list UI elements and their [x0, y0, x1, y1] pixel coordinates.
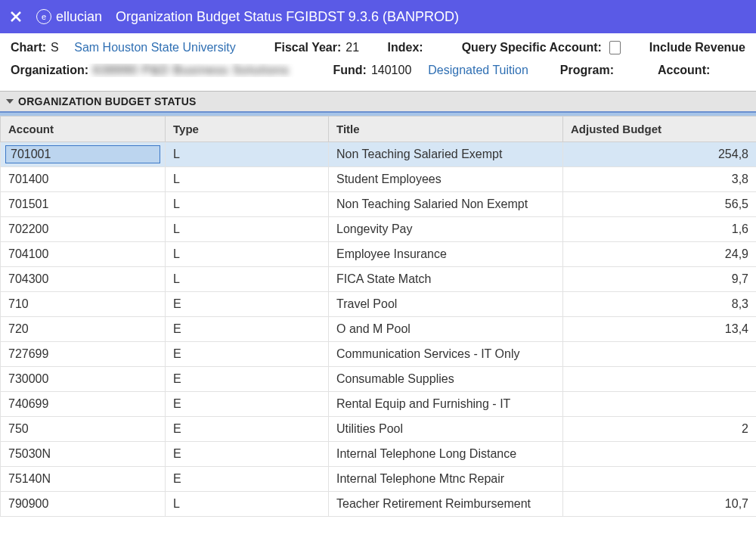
account-label: Account:	[658, 64, 710, 77]
cell-adjusted-budget[interactable]	[563, 342, 757, 367]
cell-adjusted-budget[interactable]	[563, 442, 757, 467]
include-revenue-label: Include Revenue	[649, 41, 745, 54]
table-row[interactable]: 790900LTeacher Retirement Reimbursement1…	[1, 492, 757, 517]
collapse-toggle-icon[interactable]	[6, 99, 14, 104]
filter-row-2: Organization: 638990 P&D Business Soluti…	[11, 64, 745, 77]
cell-adjusted-budget[interactable]: 10,7	[563, 492, 757, 517]
cell-adjusted-budget[interactable]: 56,5	[563, 192, 757, 217]
table-row[interactable]: 75030NEInternal Telephone Long Distance	[1, 442, 757, 467]
cell-title[interactable]: Employee Insurance	[329, 242, 563, 267]
cell-adjusted-budget[interactable]	[563, 467, 757, 492]
cell-type[interactable]: L	[166, 492, 329, 517]
cell-type[interactable]: E	[166, 342, 329, 367]
cell-adjusted-budget[interactable]	[563, 392, 757, 417]
cell-type[interactable]: E	[166, 317, 329, 342]
chart-value: S	[51, 41, 59, 54]
table-row[interactable]: 702200LLongevity Pay1,6	[1, 217, 757, 242]
organization-value: 638990 P&D Business Solutions	[93, 64, 289, 77]
cell-title[interactable]: FICA State Match	[329, 267, 563, 292]
table-row[interactable]: 701400LStudent Employees3,8	[1, 167, 757, 192]
cell-type[interactable]: L	[166, 217, 329, 242]
cell-account[interactable]: 75140N	[1, 467, 166, 492]
cell-title[interactable]: Non Teaching Salaried Exempt	[329, 142, 563, 167]
table-row[interactable]: 704100LEmployee Insurance24,9	[1, 242, 757, 267]
cell-title[interactable]: Consumable Supplies	[329, 367, 563, 392]
table-row[interactable]: 75140NEInternal Telephone Mtnc Repair	[1, 467, 757, 492]
cell-title[interactable]: Non Teaching Salaried Non Exempt	[329, 192, 563, 217]
cell-title[interactable]: Utilities Pool	[329, 417, 563, 442]
filter-row-1: Chart: S Sam Houston State University Fi…	[11, 41, 745, 54]
query-specific-label: Query Specific Account:	[462, 41, 602, 54]
col-header-type[interactable]: Type	[166, 117, 329, 142]
cell-title[interactable]: Longevity Pay	[329, 217, 563, 242]
table-row[interactable]: 740699ERental Equip and Furnishing - IT	[1, 392, 757, 417]
app-header: e ellucian Organization Budget Status FG…	[0, 0, 756, 33]
cell-account[interactable]: 701001	[1, 142, 166, 167]
cell-type[interactable]: E	[166, 467, 329, 492]
cell-type[interactable]: L	[166, 192, 329, 217]
cell-account[interactable]: 704300	[1, 267, 166, 292]
col-header-budget[interactable]: Adjusted Budget	[563, 117, 757, 142]
cell-account[interactable]: 730000	[1, 367, 166, 392]
cell-adjusted-budget[interactable]: 8,3	[563, 292, 757, 317]
cell-type[interactable]: E	[166, 417, 329, 442]
col-header-account[interactable]: Account	[1, 117, 166, 142]
cell-adjusted-budget[interactable]: 24,9	[563, 242, 757, 267]
cell-account[interactable]: 710	[1, 292, 166, 317]
cell-title[interactable]: Internal Telephone Long Distance	[329, 442, 563, 467]
table-row[interactable]: 710ETravel Pool8,3	[1, 292, 757, 317]
cell-title[interactable]: Communication Services - IT Only	[329, 342, 563, 367]
organization-label: Organization:	[11, 64, 88, 77]
cell-type[interactable]: E	[166, 442, 329, 467]
table-row[interactable]: 727699ECommunication Services - IT Only	[1, 342, 757, 367]
cell-type[interactable]: E	[166, 367, 329, 392]
cell-type[interactable]: L	[166, 142, 329, 167]
cell-account[interactable]: 740699	[1, 392, 166, 417]
program-label: Program:	[560, 64, 614, 77]
fund-link[interactable]: Designated Tuition	[428, 64, 528, 77]
cell-adjusted-budget[interactable]: 13,4	[563, 317, 757, 342]
table-row[interactable]: 704300LFICA State Match9,7	[1, 267, 757, 292]
col-header-title[interactable]: Title	[329, 117, 563, 142]
cell-adjusted-budget[interactable]: 9,7	[563, 267, 757, 292]
cell-title[interactable]: Student Employees	[329, 167, 563, 192]
cell-title[interactable]: O and M Pool	[329, 317, 563, 342]
cell-account[interactable]: 702200	[1, 217, 166, 242]
cell-account[interactable]: 750	[1, 417, 166, 442]
cell-account[interactable]: 704100	[1, 242, 166, 267]
cell-adjusted-budget[interactable]: 3,8	[563, 167, 757, 192]
cell-type[interactable]: E	[166, 292, 329, 317]
query-specific-checkbox[interactable]	[609, 41, 621, 54]
cell-title[interactable]: Travel Pool	[329, 292, 563, 317]
cell-title[interactable]: Rental Equip and Furnishing - IT	[329, 392, 563, 417]
cell-account[interactable]: 727699	[1, 342, 166, 367]
cell-adjusted-budget[interactable]: 1,6	[563, 217, 757, 242]
table-row[interactable]: 750EUtilities Pool2	[1, 417, 757, 442]
cell-title[interactable]: Internal Telephone Mtnc Repair	[329, 467, 563, 492]
cell-type[interactable]: E	[166, 392, 329, 417]
table-row[interactable]: 720EO and M Pool13,4	[1, 317, 757, 342]
cell-account[interactable]: 75030N	[1, 442, 166, 467]
table-row[interactable]: 701501LNon Teaching Salaried Non Exempt5…	[1, 192, 757, 217]
cell-adjusted-budget[interactable]	[563, 367, 757, 392]
cell-title[interactable]: Teacher Retirement Reimbursement	[329, 492, 563, 517]
close-icon[interactable]	[9, 10, 23, 23]
chart-link[interactable]: Sam Houston State University	[74, 41, 235, 54]
cell-type[interactable]: L	[166, 242, 329, 267]
account-input[interactable]: 701001	[5, 145, 160, 163]
cell-adjusted-budget[interactable]: 254,8	[563, 142, 757, 167]
cell-account[interactable]: 720	[1, 317, 166, 342]
section-header: ORGANIZATION BUDGET STATUS	[0, 91, 756, 113]
table-row[interactable]: 701001LNon Teaching Salaried Exempt254,8	[1, 142, 757, 167]
cell-type[interactable]: L	[166, 167, 329, 192]
fund-value: 140100	[371, 64, 411, 77]
cell-account[interactable]: 790900	[1, 492, 166, 517]
cell-adjusted-budget[interactable]: 2	[563, 417, 757, 442]
cell-type[interactable]: L	[166, 267, 329, 292]
cell-account[interactable]: 701501	[1, 192, 166, 217]
cell-account[interactable]: 701400	[1, 167, 166, 192]
table-row[interactable]: 730000EConsumable Supplies	[1, 367, 757, 392]
index-label: Index:	[388, 41, 423, 54]
fiscal-year-label: Fiscal Year:	[274, 41, 342, 54]
fund-label: Fund:	[333, 64, 366, 77]
